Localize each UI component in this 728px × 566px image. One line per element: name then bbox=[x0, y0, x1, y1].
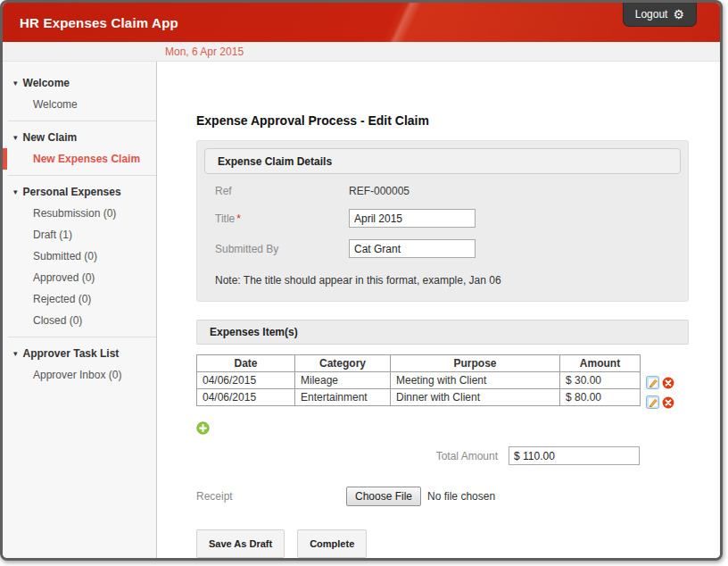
chevron-down-icon: ▾ bbox=[13, 133, 18, 142]
claim-details-panel: Expense Claim Details Ref REF-000005 Tit… bbox=[196, 140, 689, 302]
sidebar-item-approved[interactable]: Approved (0) bbox=[3, 267, 156, 288]
title-input[interactable] bbox=[349, 209, 476, 228]
title-row: Title* bbox=[204, 209, 681, 228]
receipt-label: Receipt bbox=[196, 490, 346, 503]
delete-row-icon[interactable] bbox=[662, 377, 674, 389]
title-label: Title* bbox=[215, 212, 349, 225]
sidebar-section-label: Welcome bbox=[23, 77, 70, 89]
edit-row-icon[interactable] bbox=[646, 376, 660, 390]
sidebar-section-new-claim[interactable]: ▾ New Claim bbox=[3, 127, 156, 148]
cell-purpose: Meeting with Client bbox=[391, 372, 560, 389]
ref-label: Ref bbox=[215, 185, 349, 197]
logout-button[interactable]: Logout ⚙ bbox=[623, 3, 697, 27]
row-actions bbox=[646, 375, 674, 390]
date-bar: Mon, 6 Apr 2015 bbox=[3, 42, 720, 62]
required-asterisk: * bbox=[236, 212, 241, 225]
chevron-down-icon: ▾ bbox=[13, 349, 18, 358]
total-amount-row: Total Amount bbox=[196, 446, 640, 465]
sidebar-item-new-expenses-claim[interactable]: New Expenses Claim bbox=[3, 148, 156, 170]
cell-purpose: Dinner with Client bbox=[391, 389, 560, 406]
ref-value: REF-000005 bbox=[349, 185, 410, 197]
logout-label: Logout bbox=[635, 8, 668, 21]
sidebar-item-closed[interactable]: Closed (0) bbox=[3, 310, 156, 331]
total-amount-label: Total Amount bbox=[436, 450, 498, 462]
sidebar-section-label: Personal Expenses bbox=[23, 186, 121, 198]
column-header-category: Category bbox=[295, 355, 391, 372]
expenses-items-header: Expenses Item(s) bbox=[196, 320, 689, 345]
save-as-draft-button[interactable]: Save As Draft bbox=[196, 529, 285, 558]
add-item-icon[interactable] bbox=[196, 421, 210, 435]
ref-row: Ref REF-000005 bbox=[204, 185, 681, 197]
sidebar-section-label: New Claim bbox=[23, 131, 78, 144]
sidebar-item-draft[interactable]: Draft (1) bbox=[3, 224, 156, 246]
cell-category: Mileage bbox=[295, 372, 391, 389]
cell-amount: $ 80.00 bbox=[560, 389, 641, 406]
column-header-purpose: Purpose bbox=[391, 355, 560, 372]
submitted-by-label: Submitted By bbox=[215, 243, 349, 255]
submitted-by-input[interactable] bbox=[349, 239, 476, 258]
chevron-down-icon: ▾ bbox=[13, 187, 18, 196]
app-window: HR Expenses Claim App Logout ⚙ Mon, 6 Ap… bbox=[0, 0, 723, 561]
sidebar-item-welcome[interactable]: Welcome bbox=[3, 94, 156, 115]
sidebar-section-welcome[interactable]: ▾ Welcome bbox=[3, 72, 156, 94]
sidebar-divider bbox=[8, 337, 156, 337]
edit-row-icon[interactable] bbox=[646, 395, 660, 410]
title-format-note: Note: The title should appear in this fo… bbox=[204, 274, 681, 287]
choose-file-button[interactable]: Choose File bbox=[346, 487, 421, 506]
row-actions-column bbox=[646, 354, 674, 410]
delete-row-icon[interactable] bbox=[662, 396, 674, 409]
sidebar-item-approver-inbox[interactable]: Approver Inbox (0) bbox=[3, 364, 156, 386]
form-actions: Save As Draft Complete bbox=[196, 529, 683, 558]
sidebar-item-resubmission[interactable]: Resubmission (0) bbox=[3, 203, 156, 224]
column-header-date: Date bbox=[197, 355, 295, 372]
cell-date: 04/06/2015 bbox=[197, 372, 295, 389]
sidebar-section-label: Approver Task List bbox=[23, 347, 120, 360]
cell-category: Entertainment bbox=[295, 389, 391, 406]
current-date: Mon, 6 Apr 2015 bbox=[165, 46, 244, 58]
total-amount-input[interactable] bbox=[509, 446, 640, 465]
main-content: Expense Approval Process - Edit Claim Ex… bbox=[157, 62, 720, 558]
cell-date: 04/06/2015 bbox=[197, 389, 295, 406]
sidebar-item-submitted[interactable]: Submitted (0) bbox=[3, 246, 156, 267]
expenses-table: Date Category Purpose Amount 04/06/2015 … bbox=[196, 354, 641, 406]
sidebar-item-rejected[interactable]: Rejected (0) bbox=[3, 288, 156, 310]
page-title: Expense Approval Process - Edit Claim bbox=[196, 113, 683, 128]
sidebar-section-personal-expenses[interactable]: ▾ Personal Expenses bbox=[3, 181, 156, 203]
receipt-row: Receipt Choose File No file chosen bbox=[196, 487, 683, 506]
complete-button[interactable]: Complete bbox=[297, 529, 367, 558]
gear-icon: ⚙ bbox=[673, 8, 684, 21]
sidebar-divider bbox=[8, 175, 156, 176]
sidebar: ▾ Welcome Welcome ▾ New Claim New Expens… bbox=[3, 62, 157, 558]
table-header-row: Date Category Purpose Amount bbox=[197, 355, 641, 372]
expenses-table-zone: Date Category Purpose Amount 04/06/2015 … bbox=[196, 354, 683, 410]
sidebar-section-approver-task-list[interactable]: ▾ Approver Task List bbox=[3, 343, 156, 364]
app-header: HR Expenses Claim App Logout ⚙ bbox=[3, 3, 720, 42]
cell-amount: $ 30.00 bbox=[560, 372, 641, 389]
table-row: 04/06/2015 Entertainment Dinner with Cli… bbox=[197, 389, 641, 406]
chevron-down-icon: ▾ bbox=[13, 79, 18, 87]
add-item-row bbox=[196, 421, 683, 438]
claim-details-panel-title: Expense Claim Details bbox=[218, 155, 332, 168]
row-actions bbox=[646, 395, 674, 410]
file-status-text: No file chosen bbox=[427, 490, 495, 503]
submitted-by-row: Submitted By bbox=[204, 239, 681, 258]
claim-details-panel-header: Expense Claim Details bbox=[204, 148, 681, 174]
app-title: HR Expenses Claim App bbox=[3, 15, 178, 30]
column-header-amount: Amount bbox=[560, 355, 641, 372]
sidebar-divider bbox=[8, 121, 156, 121]
table-row: 04/06/2015 Mileage Meeting with Client $… bbox=[197, 372, 641, 389]
expenses-items-title: Expenses Item(s) bbox=[210, 326, 298, 338]
